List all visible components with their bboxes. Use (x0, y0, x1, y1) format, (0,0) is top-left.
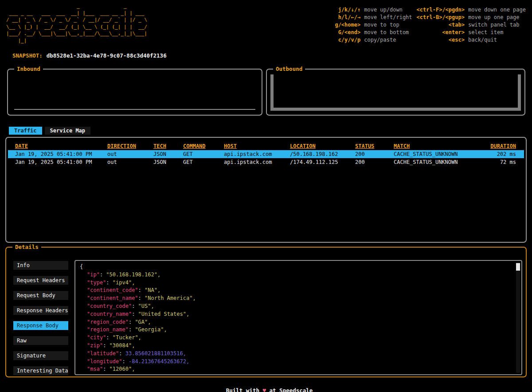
outbound-panel: Outbound (266, 69, 525, 116)
json-token-str: "50.168.198.162", (106, 272, 160, 278)
table-row[interactable]: Jan 19, 2025 05:41:00 PMoutJSONGETapi.ip… (8, 158, 524, 166)
json-token-punct: : (129, 326, 135, 333)
shortcut-action: move down one page (468, 6, 526, 14)
json-line: "continent_code": "NA", (80, 287, 517, 295)
column-header-status: STATUS (355, 142, 394, 150)
shortcut-key: <enter> (417, 29, 465, 36)
table-cell: api.ipstack.com (224, 158, 290, 166)
shortcuts-column-right: <ctrl-F>/<pgdn>move down one page<ctrl-B… (417, 6, 526, 44)
traffic-table-header: DATEDIRECTIONTECHCOMMANDHOSTLOCATIONSTAT… (8, 142, 524, 150)
column-header-direction: DIRECTION (107, 142, 153, 150)
menu-item-response-headers[interactable]: Response Headers (13, 306, 68, 315)
shortcut-action: switch panel tab (468, 21, 526, 29)
json-token-punct: { (80, 264, 83, 270)
column-header-host: HOST (224, 142, 290, 150)
json-token-key: "msa" (87, 366, 103, 372)
json-token-key: "zip" (87, 342, 103, 349)
details-panel-title: Details (12, 244, 41, 250)
json-line: "region_name": "Georgia", (80, 326, 517, 334)
json-token-key: "continent_name" (87, 295, 138, 301)
json-line: "city": "Tucker", (80, 334, 517, 342)
shortcut-key: j/k/↓/↑ (335, 6, 360, 14)
json-token-str: "Tucker", (113, 334, 141, 341)
menu-item-info[interactable]: Info (13, 261, 68, 270)
shortcut-action: move left/right (364, 14, 412, 21)
menu-item-signature[interactable]: Signature (13, 351, 68, 360)
shortcut-action: copy/paste (364, 36, 412, 44)
column-header-location: LOCATION (290, 142, 355, 150)
json-token-punct: : (103, 366, 109, 372)
shortcut-key: c/y/v/p (335, 36, 360, 44)
keyboard-shortcuts-legend: j/k/↓/↑move up/downh/l/←/→move left/righ… (335, 6, 526, 44)
json-token-num: -84.21367645263672, (129, 358, 189, 365)
menu-item-response-body[interactable]: Response Body (13, 321, 68, 330)
table-cell: /50.168.198.162 (290, 150, 355, 158)
menu-item-interesting-data[interactable]: Interesting Data (13, 366, 68, 375)
column-header-command: COMMAND (183, 142, 224, 150)
table-cell: Jan 19, 2025 05:41:00 PM (15, 158, 107, 166)
json-token-str: "12060", (110, 366, 135, 372)
shortcut-action: move to top (364, 21, 412, 29)
panel-tabs: Traffic Service Map (9, 127, 90, 135)
heart-icon: ♥ (262, 387, 266, 392)
table-cell: 200 (355, 150, 394, 158)
snapshot-label: SNAPSHOT: (12, 52, 43, 59)
json-token-punct: : (106, 279, 112, 286)
table-cell: GET (183, 158, 224, 166)
shortcut-key: g/<home> (335, 21, 360, 29)
table-cell: GET (183, 150, 224, 158)
json-scrollbar-track (516, 262, 520, 373)
json-line: "zip": "30084", (80, 342, 517, 350)
snapshot-line: SNAPSHOT:db8528e1-32ba-4e78-9c07-88c3d40… (12, 52, 167, 59)
json-token-key: "continent_code" (87, 287, 138, 293)
json-token-str: "Georgia", (135, 326, 167, 333)
table-cell: out (107, 158, 153, 166)
json-line: { (80, 263, 517, 271)
json-line: "longitude": -84.21367645263672, (80, 358, 517, 366)
json-line: "country_name": "United States", (80, 310, 517, 318)
table-row[interactable]: Jan 19, 2025 05:41:00 PMoutJSONGETapi.ip… (8, 150, 524, 158)
table-cell: api.ipstack.com (224, 150, 290, 158)
shortcut-key: <tab> (417, 21, 465, 29)
shortcut-key: <esc> (417, 36, 465, 44)
json-token-key: "country_code" (87, 303, 132, 309)
table-cell: CACHE_STATUS_UNKNOWN (394, 158, 489, 166)
footer: Built with ♥ at Speedscale (0, 380, 532, 392)
json-line: "msa": "12060", (80, 365, 517, 373)
json-line: "type": "ipv4", (80, 279, 517, 287)
json-token-str: "United States", (138, 311, 190, 317)
menu-item-request-headers[interactable]: Request Headers (13, 276, 68, 285)
shortcut-action: move up/down (364, 6, 412, 14)
table-cell: JSON (153, 150, 183, 158)
menu-item-raw[interactable]: Raw (13, 336, 68, 345)
json-token-str: "ipv4", (113, 279, 135, 286)
details-panel: Details InfoRequest HeadersRequest BodyR… (5, 247, 527, 377)
json-token-key: "region_name" (87, 326, 129, 333)
json-token-key: "ip" (87, 272, 100, 278)
shortcut-key: <ctrl-B>/<pgup> (417, 14, 465, 21)
column-header-duration: DURATION (489, 142, 524, 150)
json-token-punct: : (129, 319, 135, 325)
snapshot-id-value: db8528e1-32ba-4e78-9c07-88c3d40f2136 (47, 52, 167, 59)
json-content: {"ip": "50.168.198.162","type": "ipv4","… (80, 263, 517, 373)
json-token-punct: : (103, 342, 109, 349)
inbound-panel: Inbound (7, 69, 262, 116)
shortcut-key: h/l/←/→ (335, 14, 360, 21)
response-body-json-viewer[interactable]: {"ip": "50.168.198.162","type": "ipv4","… (74, 260, 522, 375)
tab-service-map[interactable]: Service Map (45, 127, 90, 135)
json-line: "ip": "50.168.198.162", (80, 271, 517, 279)
shortcut-action: select item (468, 29, 526, 36)
shortcut-key: G/<end> (335, 29, 360, 36)
column-header-date: DATE (15, 142, 107, 150)
tab-traffic[interactable]: Traffic (9, 127, 42, 135)
table-cell: /174.49.112.125 (290, 158, 355, 166)
json-token-punct: : (132, 311, 138, 317)
json-line: "latitude": 33.856021881103516, (80, 350, 517, 358)
table-cell: out (107, 150, 153, 158)
json-scrollbar-thumb[interactable] (516, 263, 520, 271)
menu-item-request-body[interactable]: Request Body (13, 291, 68, 300)
shortcut-action: move to bottom (364, 29, 412, 36)
json-token-key: "region_code" (87, 319, 129, 325)
inbound-chart-baseline (14, 109, 255, 110)
json-token-num: 33.856021881103516, (125, 350, 186, 357)
